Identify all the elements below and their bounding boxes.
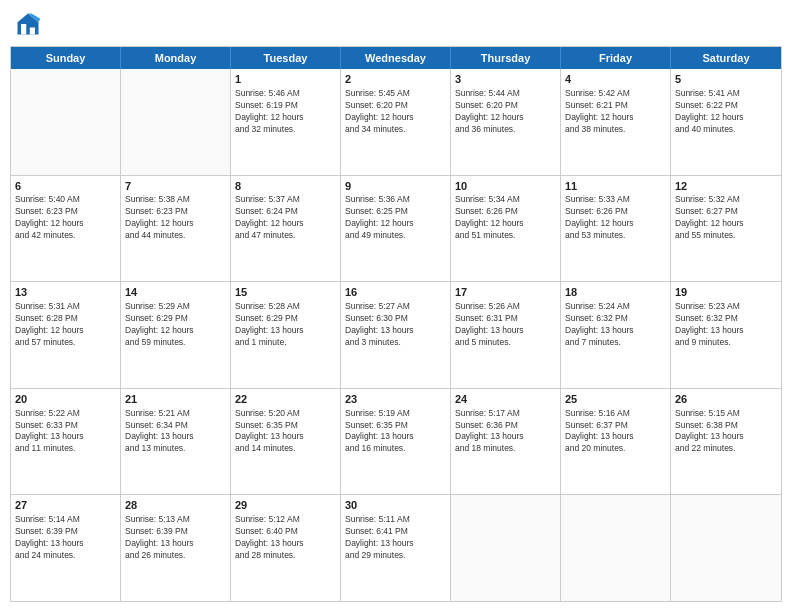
- day-number: 6: [15, 179, 116, 194]
- day-number: 8: [235, 179, 336, 194]
- cal-cell: [561, 495, 671, 601]
- day-info: Sunrise: 5:31 AM Sunset: 6:28 PM Dayligh…: [15, 301, 116, 349]
- svg-rect-3: [30, 28, 35, 35]
- day-number: 21: [125, 392, 226, 407]
- day-number: 26: [675, 392, 777, 407]
- day-info: Sunrise: 5:34 AM Sunset: 6:26 PM Dayligh…: [455, 194, 556, 242]
- day-number: 1: [235, 72, 336, 87]
- cal-cell: 12Sunrise: 5:32 AM Sunset: 6:27 PM Dayli…: [671, 176, 781, 282]
- day-number: 13: [15, 285, 116, 300]
- day-info: Sunrise: 5:21 AM Sunset: 6:34 PM Dayligh…: [125, 408, 226, 456]
- day-number: 20: [15, 392, 116, 407]
- day-info: Sunrise: 5:41 AM Sunset: 6:22 PM Dayligh…: [675, 88, 777, 136]
- cal-cell: 10Sunrise: 5:34 AM Sunset: 6:26 PM Dayli…: [451, 176, 561, 282]
- day-info: Sunrise: 5:24 AM Sunset: 6:32 PM Dayligh…: [565, 301, 666, 349]
- day-info: Sunrise: 5:26 AM Sunset: 6:31 PM Dayligh…: [455, 301, 556, 349]
- day-info: Sunrise: 5:45 AM Sunset: 6:20 PM Dayligh…: [345, 88, 446, 136]
- cal-cell: [121, 69, 231, 175]
- day-number: 22: [235, 392, 336, 407]
- header: [10, 10, 782, 38]
- header-day-tuesday: Tuesday: [231, 47, 341, 69]
- day-number: 4: [565, 72, 666, 87]
- cal-cell: 21Sunrise: 5:21 AM Sunset: 6:34 PM Dayli…: [121, 389, 231, 495]
- day-info: Sunrise: 5:11 AM Sunset: 6:41 PM Dayligh…: [345, 514, 446, 562]
- calendar-header: SundayMondayTuesdayWednesdayThursdayFrid…: [11, 47, 781, 69]
- day-info: Sunrise: 5:29 AM Sunset: 6:29 PM Dayligh…: [125, 301, 226, 349]
- cal-cell: 24Sunrise: 5:17 AM Sunset: 6:36 PM Dayli…: [451, 389, 561, 495]
- header-day-thursday: Thursday: [451, 47, 561, 69]
- day-number: 7: [125, 179, 226, 194]
- day-number: 25: [565, 392, 666, 407]
- cal-cell: 18Sunrise: 5:24 AM Sunset: 6:32 PM Dayli…: [561, 282, 671, 388]
- cal-cell: 22Sunrise: 5:20 AM Sunset: 6:35 PM Dayli…: [231, 389, 341, 495]
- cal-cell: 8Sunrise: 5:37 AM Sunset: 6:24 PM Daylig…: [231, 176, 341, 282]
- day-number: 9: [345, 179, 446, 194]
- cal-cell: 27Sunrise: 5:14 AM Sunset: 6:39 PM Dayli…: [11, 495, 121, 601]
- day-number: 28: [125, 498, 226, 513]
- week-row-5: 27Sunrise: 5:14 AM Sunset: 6:39 PM Dayli…: [11, 495, 781, 601]
- cal-cell: 1Sunrise: 5:46 AM Sunset: 6:19 PM Daylig…: [231, 69, 341, 175]
- cal-cell: 20Sunrise: 5:22 AM Sunset: 6:33 PM Dayli…: [11, 389, 121, 495]
- page: SundayMondayTuesdayWednesdayThursdayFrid…: [0, 0, 792, 612]
- cal-cell: 7Sunrise: 5:38 AM Sunset: 6:23 PM Daylig…: [121, 176, 231, 282]
- day-number: 24: [455, 392, 556, 407]
- day-info: Sunrise: 5:42 AM Sunset: 6:21 PM Dayligh…: [565, 88, 666, 136]
- day-number: 5: [675, 72, 777, 87]
- day-number: 17: [455, 285, 556, 300]
- day-info: Sunrise: 5:16 AM Sunset: 6:37 PM Dayligh…: [565, 408, 666, 456]
- cal-cell: 23Sunrise: 5:19 AM Sunset: 6:35 PM Dayli…: [341, 389, 451, 495]
- cal-cell: 30Sunrise: 5:11 AM Sunset: 6:41 PM Dayli…: [341, 495, 451, 601]
- day-number: 11: [565, 179, 666, 194]
- cal-cell: 3Sunrise: 5:44 AM Sunset: 6:20 PM Daylig…: [451, 69, 561, 175]
- calendar: SundayMondayTuesdayWednesdayThursdayFrid…: [10, 46, 782, 602]
- day-number: 14: [125, 285, 226, 300]
- day-info: Sunrise: 5:13 AM Sunset: 6:39 PM Dayligh…: [125, 514, 226, 562]
- header-day-wednesday: Wednesday: [341, 47, 451, 69]
- cal-cell: 25Sunrise: 5:16 AM Sunset: 6:37 PM Dayli…: [561, 389, 671, 495]
- cal-cell: 29Sunrise: 5:12 AM Sunset: 6:40 PM Dayli…: [231, 495, 341, 601]
- day-info: Sunrise: 5:19 AM Sunset: 6:35 PM Dayligh…: [345, 408, 446, 456]
- header-day-monday: Monday: [121, 47, 231, 69]
- logo: [14, 10, 46, 38]
- svg-rect-2: [21, 24, 26, 35]
- cal-cell: 14Sunrise: 5:29 AM Sunset: 6:29 PM Dayli…: [121, 282, 231, 388]
- day-number: 16: [345, 285, 446, 300]
- day-info: Sunrise: 5:40 AM Sunset: 6:23 PM Dayligh…: [15, 194, 116, 242]
- day-info: Sunrise: 5:38 AM Sunset: 6:23 PM Dayligh…: [125, 194, 226, 242]
- day-number: 18: [565, 285, 666, 300]
- day-info: Sunrise: 5:46 AM Sunset: 6:19 PM Dayligh…: [235, 88, 336, 136]
- day-info: Sunrise: 5:14 AM Sunset: 6:39 PM Dayligh…: [15, 514, 116, 562]
- day-info: Sunrise: 5:37 AM Sunset: 6:24 PM Dayligh…: [235, 194, 336, 242]
- day-number: 10: [455, 179, 556, 194]
- cal-cell: 17Sunrise: 5:26 AM Sunset: 6:31 PM Dayli…: [451, 282, 561, 388]
- day-info: Sunrise: 5:12 AM Sunset: 6:40 PM Dayligh…: [235, 514, 336, 562]
- day-info: Sunrise: 5:33 AM Sunset: 6:26 PM Dayligh…: [565, 194, 666, 242]
- cal-cell: 19Sunrise: 5:23 AM Sunset: 6:32 PM Dayli…: [671, 282, 781, 388]
- day-info: Sunrise: 5:36 AM Sunset: 6:25 PM Dayligh…: [345, 194, 446, 242]
- day-info: Sunrise: 5:32 AM Sunset: 6:27 PM Dayligh…: [675, 194, 777, 242]
- day-number: 19: [675, 285, 777, 300]
- day-info: Sunrise: 5:17 AM Sunset: 6:36 PM Dayligh…: [455, 408, 556, 456]
- day-info: Sunrise: 5:27 AM Sunset: 6:30 PM Dayligh…: [345, 301, 446, 349]
- cal-cell: 5Sunrise: 5:41 AM Sunset: 6:22 PM Daylig…: [671, 69, 781, 175]
- calendar-body: 1Sunrise: 5:46 AM Sunset: 6:19 PM Daylig…: [11, 69, 781, 601]
- header-day-saturday: Saturday: [671, 47, 781, 69]
- day-number: 30: [345, 498, 446, 513]
- cal-cell: 13Sunrise: 5:31 AM Sunset: 6:28 PM Dayli…: [11, 282, 121, 388]
- day-info: Sunrise: 5:28 AM Sunset: 6:29 PM Dayligh…: [235, 301, 336, 349]
- cal-cell: [451, 495, 561, 601]
- day-info: Sunrise: 5:20 AM Sunset: 6:35 PM Dayligh…: [235, 408, 336, 456]
- cal-cell: 11Sunrise: 5:33 AM Sunset: 6:26 PM Dayli…: [561, 176, 671, 282]
- cal-cell: [11, 69, 121, 175]
- cal-cell: 4Sunrise: 5:42 AM Sunset: 6:21 PM Daylig…: [561, 69, 671, 175]
- logo-icon: [14, 10, 42, 38]
- day-number: 23: [345, 392, 446, 407]
- day-number: 3: [455, 72, 556, 87]
- header-day-sunday: Sunday: [11, 47, 121, 69]
- cal-cell: 28Sunrise: 5:13 AM Sunset: 6:39 PM Dayli…: [121, 495, 231, 601]
- cal-cell: [671, 495, 781, 601]
- cal-cell: 6Sunrise: 5:40 AM Sunset: 6:23 PM Daylig…: [11, 176, 121, 282]
- day-info: Sunrise: 5:15 AM Sunset: 6:38 PM Dayligh…: [675, 408, 777, 456]
- day-number: 12: [675, 179, 777, 194]
- day-info: Sunrise: 5:22 AM Sunset: 6:33 PM Dayligh…: [15, 408, 116, 456]
